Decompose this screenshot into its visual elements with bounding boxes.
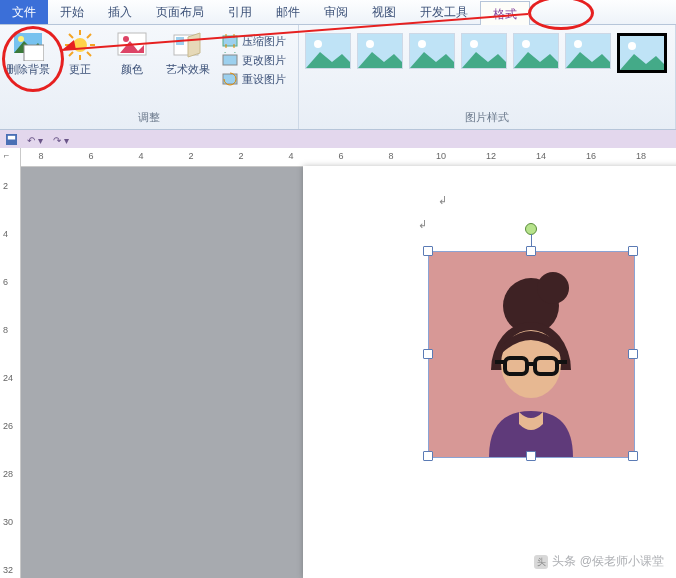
color-icon — [116, 29, 148, 61]
reset-picture-button[interactable]: 重设图片 — [222, 71, 286, 87]
style-thumb-7[interactable] — [617, 33, 667, 73]
tab-mailings[interactable]: 邮件 — [264, 0, 312, 24]
handle-mr[interactable] — [628, 349, 638, 359]
handle-bl[interactable] — [423, 451, 433, 461]
svg-line-11 — [69, 52, 73, 56]
svg-point-38 — [574, 40, 582, 48]
change-picture-label: 更改图片 — [242, 53, 286, 68]
svg-point-26 — [366, 40, 374, 48]
ribbon: 删除背景 更正 颜色 艺术效果 — [0, 25, 676, 130]
watermark-author: @侯老师小课堂 — [580, 553, 664, 570]
toutiao-icon: 头 — [534, 555, 548, 569]
svg-line-12 — [87, 34, 91, 38]
watermark: 头 头条 @侯老师小课堂 — [534, 553, 664, 570]
qat-save[interactable] — [6, 134, 17, 147]
group-adjust-label: 调整 — [6, 108, 292, 127]
compress-pictures-button[interactable]: 压缩图片 — [222, 33, 286, 49]
svg-line-10 — [87, 52, 91, 56]
tab-format[interactable]: 格式 — [480, 1, 530, 25]
compress-label: 压缩图片 — [242, 34, 286, 49]
paragraph-mark: ↲ — [418, 218, 427, 231]
style-thumb-3[interactable] — [409, 33, 455, 69]
handle-bm[interactable] — [526, 451, 536, 461]
watermark-prefix: 头条 — [552, 553, 576, 570]
remove-background-label: 删除背景 — [6, 63, 50, 75]
page[interactable]: ↲ ↲ — [303, 166, 676, 578]
style-thumb-1[interactable] — [305, 33, 351, 69]
svg-rect-18 — [223, 36, 237, 46]
tab-references[interactable]: 引用 — [216, 0, 264, 24]
svg-rect-3 — [24, 45, 44, 61]
svg-rect-43 — [8, 135, 15, 139]
change-picture-button[interactable]: 更改图片 — [222, 52, 286, 68]
reset-picture-label: 重设图片 — [242, 72, 286, 87]
group-adjust: 删除背景 更正 颜色 艺术效果 — [0, 25, 299, 129]
artistic-icon — [172, 29, 204, 61]
selected-picture[interactable] — [428, 251, 633, 456]
tab-insert[interactable]: 插入 — [96, 0, 144, 24]
qat-undo[interactable]: ↶ ▾ — [27, 135, 43, 146]
svg-point-46 — [537, 272, 569, 304]
handle-tr[interactable] — [628, 246, 638, 256]
remove-background-button[interactable]: 删除背景 — [6, 29, 50, 76]
paragraph-mark: ↲ — [438, 194, 447, 207]
document-canvas: 864224681012141618 ↲ ↲ — [21, 148, 676, 578]
sun-icon — [64, 29, 96, 61]
avatar-image — [428, 251, 635, 458]
group-styles-label: 图片样式 — [305, 108, 669, 127]
svg-point-29 — [418, 40, 426, 48]
ruler-corner: ⌐ — [4, 150, 9, 160]
svg-point-15 — [123, 36, 129, 42]
style-thumb-5[interactable] — [513, 33, 559, 69]
style-thumb-4[interactable] — [461, 33, 507, 69]
reset-icon — [222, 71, 238, 87]
svg-point-32 — [470, 40, 478, 48]
color-label: 颜色 — [121, 63, 143, 75]
tab-file[interactable]: 文件 — [0, 0, 48, 24]
tab-review[interactable]: 审阅 — [312, 0, 360, 24]
handle-tm[interactable] — [526, 246, 536, 256]
style-thumb-6[interactable] — [565, 33, 611, 69]
corrections-button[interactable]: 更正 — [58, 29, 102, 76]
style-thumb-2[interactable] — [357, 33, 403, 69]
svg-point-35 — [522, 40, 530, 48]
color-button[interactable]: 颜色 — [110, 29, 154, 76]
handle-br[interactable] — [628, 451, 638, 461]
qat-redo[interactable]: ↷ ▾ — [53, 135, 69, 146]
ruler-vertical: ⌐ 24682426283032 — [0, 148, 21, 578]
change-picture-icon — [222, 52, 238, 68]
svg-text:头: 头 — [536, 557, 545, 567]
tab-home[interactable]: 开始 — [48, 0, 96, 24]
svg-rect-17 — [176, 37, 184, 45]
svg-point-2 — [18, 36, 24, 42]
handle-tl[interactable] — [423, 246, 433, 256]
menu-bar: 文件 开始 插入 页面布局 引用 邮件 审阅 视图 开发工具 格式 — [0, 0, 676, 25]
artistic-label: 艺术效果 — [166, 63, 210, 75]
svg-point-4 — [73, 38, 87, 52]
tab-developer[interactable]: 开发工具 — [408, 0, 480, 24]
ruler-horizontal: 864224681012141618 — [21, 148, 676, 167]
svg-rect-19 — [223, 55, 237, 65]
artistic-effects-button[interactable]: 艺术效果 — [162, 29, 214, 76]
corrections-label: 更正 — [69, 63, 91, 75]
rotate-handle[interactable] — [525, 223, 537, 235]
tab-view[interactable]: 视图 — [360, 0, 408, 24]
handle-ml[interactable] — [423, 349, 433, 359]
tab-page-layout[interactable]: 页面布局 — [144, 0, 216, 24]
group-picture-styles: 图片样式 — [299, 25, 676, 129]
svg-point-23 — [314, 40, 322, 48]
svg-line-9 — [69, 34, 73, 38]
svg-point-41 — [628, 42, 636, 50]
compress-icon — [222, 33, 238, 49]
remove-background-icon — [12, 29, 44, 61]
